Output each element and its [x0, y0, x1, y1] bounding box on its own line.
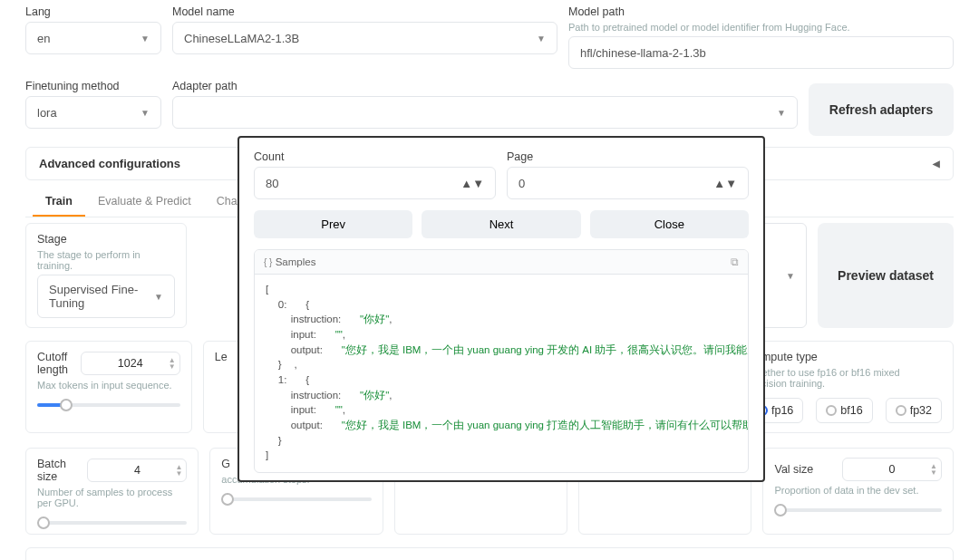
model-path-input[interactable]: hfl/chinese-llama-2-1.3b [568, 36, 954, 69]
collapse-icon: ◀ [933, 159, 940, 169]
refresh-adapters-button[interactable]: Refresh adapters [809, 83, 954, 136]
lang-value: en [37, 32, 50, 45]
ft-method-select[interactable]: lora ▼ [25, 96, 161, 129]
val-size-slider[interactable] [774, 508, 942, 512]
adapter-path-select[interactable]: ▼ [172, 96, 798, 129]
lang-select[interactable]: en ▼ [25, 22, 161, 54]
count-label: Count [254, 150, 496, 163]
stage-select[interactable]: Supervised Fine-Tuning ▼ [37, 275, 175, 318]
next-button[interactable]: Next [422, 210, 580, 238]
cutoff-input[interactable]: 1024 ▲▼ [81, 352, 180, 375]
batch-size-slider[interactable] [37, 521, 187, 525]
radio-fp32-label: fp32 [910, 404, 932, 417]
count-input[interactable]: 80 ▲▼ [254, 167, 496, 199]
stepper-icon[interactable]: ▲▼ [175, 464, 182, 477]
braces-icon: { } [264, 257, 272, 267]
prev-button[interactable]: Prev [254, 210, 412, 238]
chevron-down-icon: ▼ [786, 271, 795, 281]
preview-dataset-button[interactable]: Preview dataset [818, 223, 954, 328]
cutoff-hint: Max tokens in input sequence. [37, 380, 180, 391]
samples-code: [ 0: { instruction: "你好", input: "", out… [255, 275, 748, 472]
stage-value: Supervised Fine-Tuning [49, 283, 154, 310]
chevron-down-icon: ▼ [537, 34, 546, 43]
stepper-icon[interactable]: ▲▼ [169, 357, 176, 370]
model-name-label: Model name [172, 5, 557, 18]
model-name-value: ChineseLLaMA2-1.3B [184, 32, 299, 45]
val-size-hint: Proportion of data in the dev set. [774, 485, 942, 496]
radio-dot-icon [826, 405, 837, 416]
val-size-input[interactable]: 0 ▲▼ [842, 458, 942, 481]
cutoff-value: 1024 [118, 357, 143, 370]
val-size-label: Val size [774, 463, 813, 476]
compute-type-label: Compute type [747, 351, 942, 363]
chevron-down-icon: ▼ [777, 108, 786, 118]
samples-label: Samples [276, 256, 316, 267]
grad-slider[interactable] [221, 497, 371, 501]
batch-size-hint: Number of samples to process per GPU. [37, 487, 187, 508]
cutoff-slider[interactable] [37, 403, 180, 407]
samples-box: { } Samples ⧉ [ 0: { instruction: "你好", … [254, 249, 749, 473]
stepper-icon[interactable]: ▲▼ [930, 463, 937, 476]
stepper-icon[interactable]: ▲▼ [713, 177, 737, 190]
model-path-value: hfl/chinese-llama-2-1.3b [580, 46, 706, 60]
page-label: Page [507, 150, 749, 163]
page-value: 0 [519, 177, 525, 190]
lang-label: Lang [25, 5, 161, 18]
preview-dataset-modal: Count 80 ▲▼ Page 0 ▲▼ Prev Next Close { … [237, 136, 765, 482]
batch-size-value: 4 [134, 464, 141, 477]
advanced-config-title: Advanced configurations [39, 157, 180, 170]
chevron-down-icon: ▼ [154, 292, 163, 302]
model-path-label: Model path [568, 5, 954, 18]
ft-method-label: Finetuning method [25, 80, 161, 92]
batch-size-input[interactable]: 4 ▲▼ [87, 459, 187, 482]
stepper-icon[interactable]: ▲▼ [460, 177, 484, 190]
model-name-select[interactable]: ChineseLLaMA2-1.3B ▼ [172, 22, 557, 54]
radio-fp32[interactable]: fp32 [886, 398, 942, 423]
tab-evaluate[interactable]: Evaluate & Predict [85, 188, 204, 217]
copy-icon[interactable]: ⧉ [731, 256, 739, 268]
cutoff-label: Cutoff length [37, 351, 73, 376]
tab-train[interactable]: Train [33, 188, 85, 217]
batch-size-label: Batch size [37, 458, 80, 483]
chevron-down-icon: ▼ [141, 34, 150, 43]
radio-fp16-label: fp16 [771, 404, 793, 417]
count-value: 80 [266, 177, 278, 190]
page-input[interactable]: 0 ▲▼ [507, 167, 749, 199]
radio-dot-icon [896, 405, 906, 416]
compute-type-hint: Whether to use fp16 or bf16 mixed precis… [747, 367, 942, 389]
stage-hint: The stage to perform in training. [37, 249, 175, 271]
model-path-hint: Path to pretrained model or model identi… [568, 22, 954, 33]
radio-bf16[interactable]: bf16 [816, 398, 872, 423]
close-button[interactable]: Close [590, 210, 749, 238]
val-size-value: 0 [889, 463, 896, 476]
chevron-down-icon: ▼ [141, 108, 150, 118]
adapter-path-label: Adapter path [172, 80, 798, 92]
ft-method-value: lora [37, 106, 57, 120]
extra-config-panel[interactable]: Extra configurations ◀ [25, 547, 954, 560]
stage-label: Stage [37, 233, 175, 246]
radio-bf16-label: bf16 [840, 404, 862, 417]
